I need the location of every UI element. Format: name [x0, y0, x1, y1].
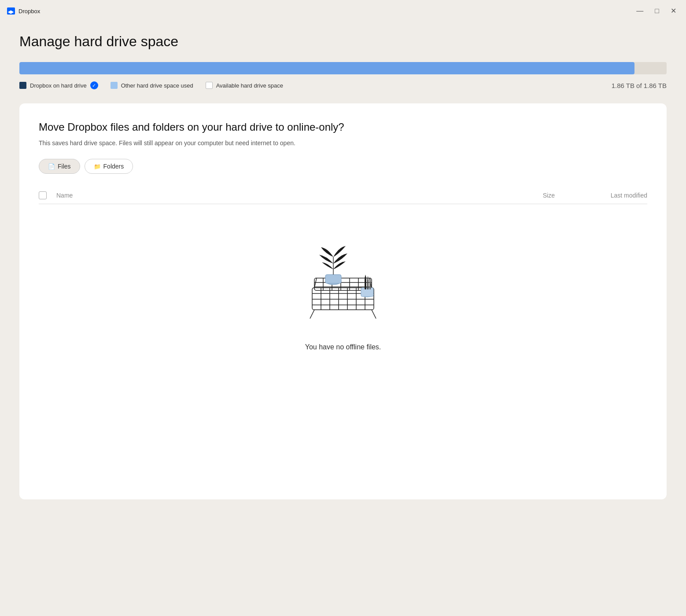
card-title: Move Dropbox files and folders on your h…	[39, 121, 647, 133]
close-button[interactable]: ✕	[668, 7, 679, 15]
header-checkbox-cell[interactable]	[39, 191, 56, 199]
tab-files-label: Files	[58, 163, 71, 170]
select-all-checkbox[interactable]	[39, 191, 47, 199]
title-bar: Dropbox — □ ✕	[0, 0, 686, 18]
svg-rect-24	[325, 275, 341, 283]
storage-bar-container	[19, 62, 667, 74]
available-legend-label: Available hard drive space	[216, 82, 283, 89]
dropbox-swatch	[19, 82, 26, 89]
column-header-name: Name	[56, 192, 515, 199]
main-card: Move Dropbox files and folders on your h…	[19, 103, 667, 499]
file-tab-icon: 📄	[48, 163, 55, 170]
svg-marker-29	[365, 275, 366, 278]
svg-line-11	[310, 310, 314, 319]
empty-illustration-icon	[286, 231, 400, 327]
main-content: Manage hard drive space Dropbox on hard …	[0, 18, 686, 519]
title-bar-left: Dropbox	[7, 7, 40, 15]
folder-tab-icon: 📁	[94, 163, 101, 170]
svg-marker-31	[367, 276, 369, 279]
tab-files[interactable]: 📄 Files	[39, 159, 80, 174]
svg-rect-28	[365, 278, 366, 290]
table-header: Name Size Last modified	[39, 187, 647, 204]
card-subtitle: This saves hard drive space. Files will …	[39, 139, 647, 147]
other-legend-label: Other hard drive space used	[121, 82, 193, 89]
check-icon: ✓	[90, 81, 98, 89]
maximize-button[interactable]: □	[652, 7, 662, 15]
tab-folders-label: Folders	[103, 163, 124, 170]
page-title: Manage hard drive space	[19, 33, 667, 50]
tab-folders[interactable]: 📁 Folders	[85, 159, 133, 174]
available-swatch	[206, 82, 213, 89]
window-controls[interactable]: — □ ✕	[634, 7, 679, 15]
svg-rect-27	[361, 288, 373, 297]
tabs-container: 📄 Files 📁 Folders	[39, 159, 647, 174]
other-swatch	[111, 82, 118, 89]
empty-state: You have no offline files.	[39, 204, 647, 351]
svg-line-12	[372, 310, 376, 319]
column-header-modified: Last modified	[568, 192, 647, 199]
svg-rect-32	[369, 280, 371, 290]
dropbox-legend-label: Dropbox on hard drive	[30, 82, 87, 89]
legend-available: Available hard drive space	[206, 82, 283, 89]
app-name-label: Dropbox	[18, 8, 40, 15]
minimize-button[interactable]: —	[634, 7, 646, 15]
dropbox-logo-icon	[7, 7, 15, 15]
legend-dropbox: Dropbox on hard drive ✓	[19, 81, 98, 89]
legend-other: Other hard drive space used	[111, 82, 193, 89]
storage-legend: Dropbox on hard drive ✓ Other hard drive…	[19, 81, 667, 89]
column-header-size: Size	[515, 192, 568, 199]
storage-bar-fill	[19, 62, 634, 74]
empty-state-text: You have no offline files.	[305, 343, 381, 351]
storage-total: 1.86 TB of 1.86 TB	[612, 82, 667, 89]
svg-rect-30	[367, 279, 369, 290]
